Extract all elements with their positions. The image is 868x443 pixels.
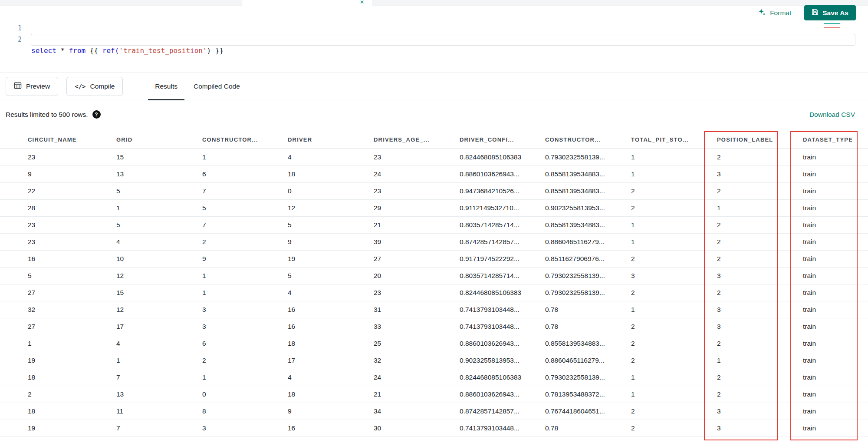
table-cell: 16 (0, 250, 116, 267)
table-cell: 12 (116, 301, 202, 318)
table-cell: 32 (0, 301, 116, 318)
table-cell: 1 (717, 199, 803, 216)
table-cell: 22 (0, 182, 116, 199)
table-cell: 23 (0, 233, 116, 250)
results-tabs: Results Compiled Code (148, 73, 247, 100)
table-row: 197316300.7413793103448...0.7823train (0, 420, 868, 436)
table-cell: 2 (717, 335, 803, 352)
jinja-ref-function: ref( (102, 46, 119, 55)
save-as-label: Save As (822, 9, 848, 17)
table-cell: 3 (631, 267, 717, 284)
active-file-tab[interactable]: ✕ (242, 0, 372, 7)
table-cell: 0.8035714285714... (460, 267, 545, 284)
table-cell: 2 (717, 182, 803, 199)
table-cell: train (803, 250, 868, 267)
format-button[interactable]: Format (758, 8, 791, 18)
preview-button[interactable]: Preview (6, 77, 58, 96)
results-table: CIRCUIT_NAMEGRIDCONSTRUCTOR...DRIVERDRIV… (0, 131, 868, 437)
table-row: 2717316330.7413793103448...0.7823train (0, 318, 868, 335)
download-csv-link[interactable]: Download CSV (809, 111, 855, 119)
sql-string: 'train_test_position' (119, 46, 207, 55)
line-number: 1 (0, 23, 22, 34)
table-cell: 19 (0, 352, 116, 369)
table-cell: 9 (288, 233, 374, 250)
results-pane-header: Preview </> Compile Results Compiled Cod… (0, 73, 868, 100)
floppy-save-icon (812, 9, 819, 17)
table-cell: train (803, 386, 868, 403)
compile-button[interactable]: </> Compile (66, 77, 123, 96)
table-cell: 5 (116, 182, 202, 199)
table-cell: train (803, 199, 868, 216)
tab-results[interactable]: Results (148, 73, 184, 100)
table-cell: 18 (288, 386, 374, 403)
table-row: 281512290.9112149532710...0.902325581395… (0, 199, 868, 216)
table-cell: train (803, 318, 868, 335)
table-cell: 23 (374, 284, 460, 301)
table-cell: 3 (717, 165, 803, 182)
table-row: 191217320.9023255813953...0.886046511627… (0, 352, 868, 369)
table-cell: 0.7930232558139... (545, 284, 631, 301)
help-icon[interactable]: ? (92, 110, 101, 119)
table-cell: 10 (116, 250, 202, 267)
table-cell: 17 (116, 318, 202, 335)
table-cell: train (803, 352, 868, 369)
table-cell: 0.9023255813953... (460, 352, 545, 369)
table-cell: 5 (288, 267, 374, 284)
table-row: 3212316310.7413793103448...0.7813train (0, 301, 868, 318)
table-cell: 1 (202, 284, 288, 301)
table-cell: 1 (0, 335, 116, 352)
table-cell: 2 (717, 216, 803, 233)
column-header: CONSTRUCTOR... (545, 131, 631, 149)
table-cell: 0.9171974522292... (460, 250, 545, 267)
table-cell: 0.7413793103448... (460, 301, 545, 318)
code-line-1: select * from {{ ref('train_test_positio… (31, 45, 855, 56)
table-cell: 2 (717, 386, 803, 403)
tab-close-icon[interactable]: ✕ (360, 0, 364, 5)
preview-label: Preview (26, 83, 50, 90)
table-cell: 1 (631, 165, 717, 182)
table-cell: 5 (116, 216, 202, 233)
compile-label: Compile (90, 83, 115, 90)
table-cell: 0 (288, 182, 374, 199)
table-cell: 2 (631, 284, 717, 301)
table-cell: 0.7413793103448... (460, 318, 545, 335)
table-cell: 12 (116, 267, 202, 284)
table-cell: 0.78 (545, 301, 631, 318)
table-cell: 0.7930232558139... (545, 149, 631, 165)
table-cell: 3 (717, 301, 803, 318)
column-header: TOTAL_PIT_STO... (631, 131, 717, 149)
table-cell: 1 (631, 233, 717, 250)
table-cell: 2 (631, 335, 717, 352)
table-cell: 1 (202, 149, 288, 165)
table-row: 18714240.8244680851063830.7930232558139.… (0, 369, 868, 386)
table-cell: train (803, 284, 868, 301)
table-cell: 0.78 (545, 318, 631, 335)
table-cell: 2 (717, 149, 803, 165)
save-as-button[interactable]: Save As (804, 5, 856, 20)
sql-editor[interactable]: 1 2 select * from {{ ref('train_test_pos… (0, 7, 868, 73)
table-cell: train (803, 149, 868, 165)
table-cell: 1 (202, 369, 288, 386)
table-cell: 0.9023255813953... (545, 199, 631, 216)
table-cell: 6 (202, 335, 288, 352)
table-cell: 19 (0, 420, 116, 436)
table-cell: 18 (0, 403, 116, 420)
table-cell: 2 (717, 250, 803, 267)
table-cell: 0.8860465116279... (545, 233, 631, 250)
table-cell: 3 (202, 420, 288, 436)
table-row: 271514230.8244680851063830.7930232558139… (0, 284, 868, 301)
tab-compiled-code[interactable]: Compiled Code (187, 73, 247, 100)
sql-keyword: from (69, 46, 86, 55)
table-cell: 0.8558139534883... (545, 335, 631, 352)
column-header: DATASET_TYPE (803, 131, 868, 149)
table-cell: 28 (0, 199, 116, 216)
table-cell: 0.9112149532710... (460, 199, 545, 216)
table-cell: 2 (202, 233, 288, 250)
table-cell: 29 (374, 199, 460, 216)
table-cell: 2 (631, 318, 717, 335)
table-cell: 27 (0, 318, 116, 335)
table-cell: train (803, 267, 868, 284)
column-header: DRIVER (288, 131, 374, 149)
table-header-row: CIRCUIT_NAMEGRIDCONSTRUCTOR...DRIVERDRIV… (0, 131, 868, 149)
table-cell: 2 (0, 386, 116, 403)
